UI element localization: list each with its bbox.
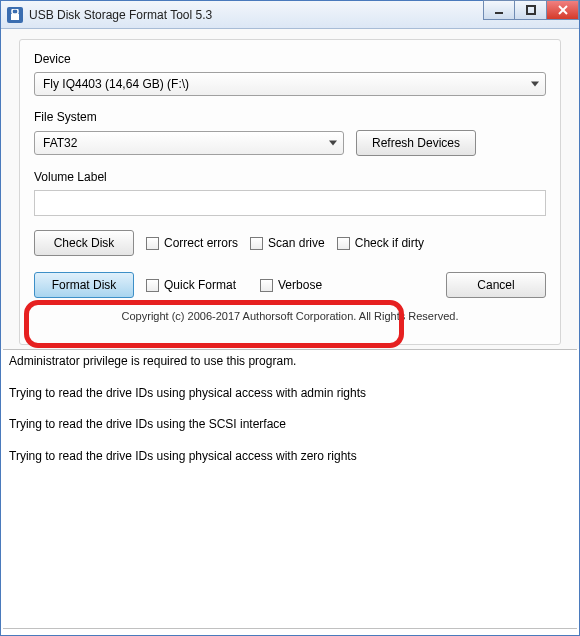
- verbose-label: Verbose: [278, 278, 322, 292]
- close-button[interactable]: [547, 0, 579, 20]
- maximize-button[interactable]: [515, 0, 547, 20]
- verbose-checkbox[interactable]: Verbose: [260, 278, 322, 292]
- quick-format-label: Quick Format: [164, 278, 236, 292]
- app-icon: [7, 7, 23, 23]
- svg-rect-3: [527, 6, 535, 14]
- filesystem-select[interactable]: FAT32: [34, 131, 344, 155]
- log-output[interactable]: Administrator privilege is required to u…: [3, 349, 577, 629]
- checkbox-icon: [146, 279, 159, 292]
- minimize-button[interactable]: [483, 0, 515, 20]
- scan-drive-checkbox[interactable]: Scan drive: [250, 236, 325, 250]
- chevron-down-icon: [531, 82, 539, 87]
- check-if-dirty-checkbox[interactable]: Check if dirty: [337, 236, 424, 250]
- quick-format-checkbox[interactable]: Quick Format: [146, 278, 236, 292]
- correct-errors-label: Correct errors: [164, 236, 238, 250]
- device-selected-value: Fly IQ4403 (14,64 GB) (F:\): [43, 77, 189, 91]
- scan-drive-label: Scan drive: [268, 236, 325, 250]
- device-select[interactable]: Fly IQ4403 (14,64 GB) (F:\): [34, 72, 546, 96]
- cancel-button[interactable]: Cancel: [446, 272, 546, 298]
- format-disk-button[interactable]: Format Disk: [34, 272, 134, 298]
- main-panel: Device Fly IQ4403 (14,64 GB) (F:\) File …: [19, 39, 561, 345]
- correct-errors-checkbox[interactable]: Correct errors: [146, 236, 238, 250]
- svg-rect-1: [11, 14, 19, 20]
- device-label: Device: [34, 52, 546, 66]
- check-disk-button[interactable]: Check Disk: [34, 230, 134, 256]
- refresh-devices-button[interactable]: Refresh Devices: [356, 130, 476, 156]
- volume-label-input[interactable]: [34, 190, 546, 216]
- checkbox-icon: [260, 279, 273, 292]
- chevron-down-icon: [329, 141, 337, 146]
- titlebar[interactable]: USB Disk Storage Format Tool 5.3: [1, 1, 579, 29]
- copyright-text: Copyright (c) 2006-2017 Authorsoft Corpo…: [34, 298, 546, 330]
- checkbox-icon: [250, 237, 263, 250]
- svg-rect-0: [12, 9, 18, 14]
- volume-label-label: Volume Label: [34, 170, 546, 184]
- check-if-dirty-label: Check if dirty: [355, 236, 424, 250]
- log-line: Trying to read the drive IDs using physi…: [9, 449, 571, 465]
- log-line: Trying to read the drive IDs using physi…: [9, 386, 571, 402]
- checkbox-icon: [337, 237, 350, 250]
- log-line: Trying to read the drive IDs using the S…: [9, 417, 571, 433]
- app-window: USB Disk Storage Format Tool 5.3 Device …: [0, 0, 580, 636]
- window-title: USB Disk Storage Format Tool 5.3: [29, 8, 483, 22]
- checkbox-icon: [146, 237, 159, 250]
- log-line: Administrator privilege is required to u…: [9, 354, 571, 370]
- filesystem-selected-value: FAT32: [43, 136, 77, 150]
- filesystem-label: File System: [34, 110, 546, 124]
